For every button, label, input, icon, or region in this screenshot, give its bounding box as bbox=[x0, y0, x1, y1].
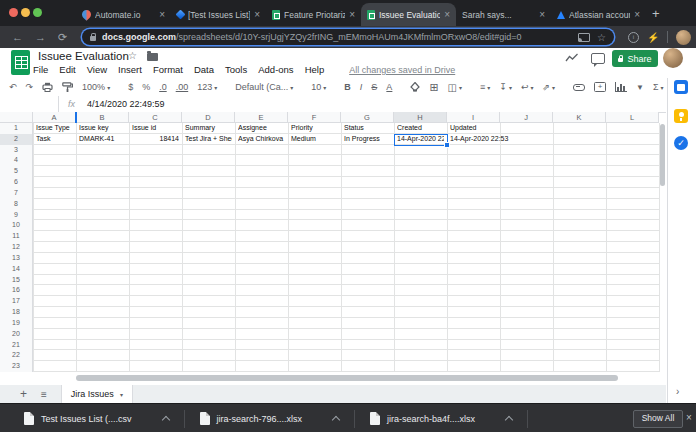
column-header-E[interactable]: E bbox=[235, 112, 288, 123]
comment-history-icon[interactable] bbox=[591, 53, 605, 64]
insights-icon[interactable] bbox=[565, 53, 579, 63]
side-panel-collapse-icon[interactable]: › bbox=[676, 386, 679, 397]
menu-add-ons[interactable]: Add-ons bbox=[258, 64, 293, 75]
sheet-tab-menu-icon[interactable]: ▾ bbox=[120, 391, 123, 398]
fill-color-icon[interactable] bbox=[410, 82, 420, 92]
row-header-7[interactable]: 7 bbox=[0, 188, 33, 199]
menu-view[interactable]: View bbox=[87, 64, 107, 75]
filter-icon[interactable]: ▼ bbox=[636, 83, 644, 92]
cell-F2[interactable]: Medium bbox=[291, 134, 338, 145]
browser-tab-feature-priotarization[interactable]: Feature Priotarization -× bbox=[266, 3, 361, 26]
row-header-6[interactable]: 6 bbox=[0, 177, 33, 188]
cell-A2[interactable]: Task bbox=[36, 134, 73, 145]
keep-icon[interactable] bbox=[674, 109, 688, 123]
cell-I2[interactable]: 14-Apr-2020 22:53 bbox=[450, 134, 520, 145]
menu-insert[interactable]: Insert bbox=[118, 64, 142, 75]
row-header-21[interactable]: 21 bbox=[0, 340, 33, 351]
menu-help[interactable]: Help bbox=[305, 64, 325, 75]
cell-A1[interactable]: Issue Type bbox=[36, 123, 73, 134]
all-sheets-menu-icon[interactable]: ≡ bbox=[41, 389, 47, 400]
cell-B1[interactable]: Issue key bbox=[79, 123, 126, 134]
close-tab-icon[interactable]: × bbox=[349, 10, 355, 20]
column-header-I[interactable]: I bbox=[447, 112, 500, 123]
download-menu-chevron-icon[interactable] bbox=[161, 416, 169, 424]
zoom-select[interactable]: 100%▾ bbox=[82, 82, 110, 92]
account-avatar[interactable] bbox=[663, 48, 683, 68]
star-document-icon[interactable]: ☆ bbox=[128, 50, 137, 61]
download-item-1[interactable]: Test Issues List (....csv bbox=[24, 412, 169, 425]
close-tab-icon[interactable]: × bbox=[444, 10, 450, 20]
row-header-10[interactable]: 10 bbox=[0, 220, 33, 231]
extension-bolt-icon[interactable]: ⚡ bbox=[647, 32, 659, 43]
functions-icon[interactable]: Σ▾ bbox=[653, 82, 664, 92]
text-wrap-icon[interactable]: ↩▾ bbox=[521, 82, 534, 92]
menu-edit[interactable]: Edit bbox=[59, 64, 75, 75]
row-header-17[interactable]: 17 bbox=[0, 296, 33, 307]
text-rotate-icon[interactable]: ⇗▾ bbox=[542, 82, 555, 92]
column-header-H[interactable]: H bbox=[394, 112, 447, 123]
macos-close-button[interactable] bbox=[9, 8, 18, 17]
row-header-14[interactable]: 14 bbox=[0, 264, 33, 275]
download-item-3[interactable]: jira-search-ba4f....xlsx bbox=[370, 412, 512, 425]
share-button[interactable]: Share bbox=[612, 50, 658, 67]
font-size-select[interactable]: 10▾ bbox=[311, 82, 326, 92]
cell-G1[interactable]: Status bbox=[344, 123, 391, 134]
document-title[interactable]: Issuee Evaluation bbox=[38, 50, 129, 62]
menu-format[interactable]: Format bbox=[153, 64, 183, 75]
redo-icon[interactable]: ↷ bbox=[26, 82, 34, 92]
browser-tab-sarah-says[interactable]: Sarah says...× bbox=[456, 3, 551, 26]
browser-profile-avatar[interactable] bbox=[676, 30, 691, 45]
row-header-5[interactable]: 5 bbox=[0, 166, 33, 177]
format-percent-icon[interactable]: % bbox=[142, 82, 150, 92]
cell-I1[interactable]: Updated bbox=[450, 123, 497, 134]
row-header-11[interactable]: 11 bbox=[0, 231, 33, 242]
download-item-2[interactable]: jira-search-796....xlsx bbox=[200, 412, 340, 425]
cell-H1[interactable]: Created bbox=[397, 123, 444, 134]
cell-B2[interactable]: DMARK-41 bbox=[79, 134, 126, 145]
tasks-icon[interactable]: ✓ bbox=[674, 136, 688, 150]
row-header-23[interactable]: 23 bbox=[0, 361, 33, 372]
download-menu-chevron-icon[interactable] bbox=[332, 416, 340, 424]
horizontal-scrollbar[interactable] bbox=[76, 375, 618, 381]
formula-input[interactable]: 4/14/2020 22:49:59 bbox=[87, 99, 165, 109]
show-all-downloads-button[interactable]: Show All bbox=[633, 410, 683, 428]
column-header-G[interactable]: G bbox=[341, 112, 394, 123]
calendar-icon[interactable] bbox=[674, 80, 688, 94]
cell-E1[interactable]: Assignee bbox=[238, 123, 285, 134]
menu-tools[interactable]: Tools bbox=[225, 64, 247, 75]
close-tab-icon[interactable]: × bbox=[539, 10, 545, 20]
cell-D2[interactable]: Test Jira + Sheet In bbox=[185, 134, 232, 145]
close-tab-icon[interactable]: × bbox=[254, 10, 260, 20]
row-header-4[interactable]: 4 bbox=[0, 155, 33, 166]
vertical-scrollbar[interactable] bbox=[660, 124, 665, 186]
cell-G2[interactable]: In Progress bbox=[344, 134, 391, 145]
cell-C2[interactable]: 18414 bbox=[132, 134, 179, 145]
back-button[interactable]: ← bbox=[12, 31, 23, 43]
menu-file[interactable]: File bbox=[33, 64, 48, 75]
paint-format-icon[interactable] bbox=[62, 82, 73, 92]
insert-comment-icon[interactable]: + bbox=[594, 82, 606, 92]
move-to-folder-icon[interactable] bbox=[147, 53, 158, 61]
cell-C1[interactable]: Issue id bbox=[132, 123, 179, 134]
bookmark-star-icon[interactable]: ☆ bbox=[597, 32, 606, 43]
column-header-A[interactable]: A bbox=[33, 112, 76, 123]
column-header-J[interactable]: J bbox=[500, 112, 553, 123]
undo-icon[interactable]: ↶ bbox=[9, 82, 17, 92]
sheets-logo-icon[interactable] bbox=[11, 50, 30, 75]
row-header-8[interactable]: 8 bbox=[0, 199, 33, 210]
row-header-19[interactable]: 19 bbox=[0, 318, 33, 329]
row-header-18[interactable]: 18 bbox=[0, 307, 33, 318]
insert-link-icon[interactable] bbox=[573, 84, 585, 91]
column-header-K[interactable]: K bbox=[553, 112, 606, 123]
column-header-C[interactable]: C bbox=[129, 112, 182, 123]
row-header-12[interactable]: 12 bbox=[0, 242, 33, 253]
browser-tab-atlassian-account[interactable]: Atlassian account× bbox=[551, 3, 646, 26]
bold-icon[interactable]: B bbox=[344, 82, 351, 92]
close-tab-icon[interactable]: × bbox=[634, 10, 640, 20]
print-icon[interactable] bbox=[42, 82, 53, 92]
row-header-20[interactable]: 20 bbox=[0, 329, 33, 340]
strikethrough-icon[interactable]: S bbox=[371, 82, 377, 92]
cell-H2[interactable]: 14-Apr-2020 22:49 bbox=[397, 134, 444, 145]
fill-handle[interactable] bbox=[444, 142, 450, 148]
row-header-15[interactable]: 15 bbox=[0, 275, 33, 286]
